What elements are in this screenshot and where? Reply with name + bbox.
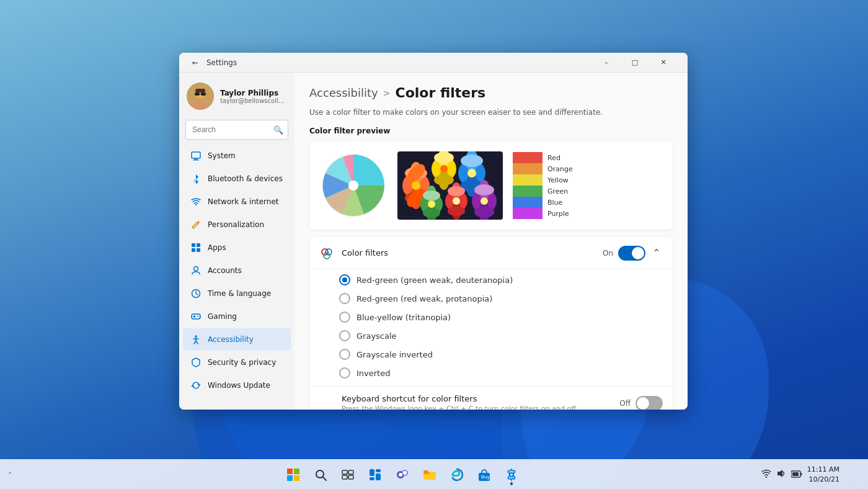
svg-line-78 (323, 477, 326, 480)
toggle-thumb-keyboard (637, 397, 649, 410)
toggle-thumb (632, 247, 644, 259)
color-filters-toggle[interactable] (618, 246, 645, 261)
chat-button[interactable] (390, 462, 415, 487)
radio-label-grayscale: Grayscale (356, 331, 397, 341)
widgets-button[interactable] (363, 462, 388, 487)
maximize-button[interactable]: □ (621, 53, 649, 73)
file-explorer-button[interactable] (417, 462, 442, 487)
user-profile[interactable]: Taylor Phillips taylor@bellowscollege.co… (179, 73, 294, 117)
radio-label-inverted: Inverted (356, 369, 390, 378)
system-tray-chevron[interactable]: ⌃ (7, 471, 45, 478)
sidebar-item-accessibility[interactable]: Accessibility (183, 328, 291, 351)
breadcrumb-parent[interactable]: Accessibility (309, 86, 378, 99)
swatch-label-green: Green (547, 186, 573, 197)
sidebar-item-accounts[interactable]: Accounts (183, 259, 291, 282)
svg-text:Buy: Buy (481, 474, 490, 480)
settings-taskbar-button[interactable] (499, 462, 524, 487)
show-desktop-button[interactable] (843, 462, 861, 487)
sidebar-item-gaming-label: Gaming (208, 312, 237, 321)
taskbar: ⌃ (0, 459, 868, 489)
svg-line-28 (196, 341, 198, 344)
swatch-blue (513, 197, 542, 208)
apps-icon (190, 242, 202, 253)
swatch-red (513, 152, 542, 163)
svg-rect-73 (287, 469, 293, 474)
svg-point-97 (766, 477, 767, 478)
sidebar-item-system[interactable]: System (183, 145, 291, 167)
task-view-button[interactable] (335, 462, 360, 487)
search-icon: 🔍 (273, 125, 283, 135)
svg-point-17 (194, 267, 198, 271)
security-icon (190, 357, 202, 368)
sidebar-item-apps[interactable]: Apps (183, 236, 291, 259)
sidebar-item-personalization[interactable]: Personalization (183, 213, 291, 236)
svg-rect-85 (370, 477, 374, 480)
sidebar-nav: System Bluetooth & devices Network & int… (179, 145, 294, 397)
radio-circle-inverted (339, 367, 350, 379)
radio-protanopia[interactable]: Red-green (red weak, protanopia) (339, 293, 663, 304)
edge-button[interactable] (445, 462, 469, 487)
svg-rect-9 (192, 152, 200, 158)
close-button[interactable]: ✕ (649, 53, 678, 73)
flowers-preview (397, 151, 503, 220)
keyboard-shortcut-right: Off (619, 396, 663, 410)
network-icon (190, 196, 202, 207)
svg-point-61 (474, 184, 494, 195)
avatar (187, 83, 214, 110)
svg-rect-6 (195, 92, 200, 96)
color-filters-right: On ⌃ (603, 246, 663, 261)
volume-icon[interactable] (775, 469, 787, 480)
svg-line-27 (194, 341, 196, 344)
keyboard-shortcut-toggle[interactable] (636, 396, 663, 410)
sidebar: Taylor Phillips taylor@bellowscollege.co… (179, 73, 294, 410)
radio-grayscale-inverted[interactable]: Grayscale inverted (339, 349, 663, 360)
radio-label-deuteranopia: Red-green (green weak, deuteranopia) (356, 276, 513, 285)
system-clock[interactable]: 11:11 AM 10/20/21 (807, 465, 839, 484)
sidebar-item-bluetooth-label: Bluetooth & devices (208, 174, 283, 183)
wifi-icon[interactable] (760, 469, 773, 480)
svg-rect-8 (200, 94, 201, 94)
svg-point-71 (326, 249, 332, 255)
svg-marker-98 (777, 470, 782, 477)
swatch-column (513, 152, 542, 219)
store-button[interactable]: Buy (472, 462, 497, 487)
svg-rect-76 (294, 475, 299, 481)
start-button[interactable] (281, 462, 306, 487)
radio-grayscale[interactable]: Grayscale (339, 330, 663, 341)
radio-deuteranopia[interactable]: Red-green (green weak, deuteranopia) (339, 274, 663, 285)
swatch-labels: Red Orange Yellow Green Blue Purple (542, 152, 573, 219)
title-bar: ← Settings – □ ✕ (179, 53, 688, 73)
breadcrumb: Accessibility > Color filters (309, 85, 673, 101)
color-filters-row: Color filters On ⌃ (309, 237, 673, 269)
radio-inverted[interactable]: Inverted (339, 367, 663, 379)
sidebar-item-time[interactable]: Time & language (183, 282, 291, 305)
swatch-yellow (513, 174, 542, 186)
back-button[interactable]: ← (189, 56, 202, 69)
radio-label-tritanopia: Blue-yellow (tritanopia) (356, 313, 451, 322)
sidebar-item-bluetooth[interactable]: Bluetooth & devices (183, 168, 291, 190)
user-email: taylor@bellowscollege.com (220, 97, 287, 104)
svg-point-77 (316, 470, 324, 478)
taskbar-center: Buy (281, 462, 524, 487)
breadcrumb-separator: > (383, 88, 391, 98)
expand-button[interactable]: ⌃ (650, 247, 663, 259)
svg-rect-14 (197, 243, 200, 247)
minimize-button[interactable]: – (592, 53, 621, 73)
sidebar-item-gaming[interactable]: Gaming (183, 305, 291, 328)
personalization-icon (190, 219, 202, 230)
swatch-label-purple: Purple (547, 208, 573, 219)
breadcrumb-current: Color filters (396, 85, 486, 101)
taskbar-search-button[interactable] (308, 462, 333, 487)
svg-rect-15 (192, 248, 195, 252)
keyboard-shortcut-status: Off (619, 399, 631, 408)
sidebar-item-security[interactable]: Security & privacy (183, 351, 291, 374)
sidebar-item-network[interactable]: Network & internet (183, 191, 291, 213)
battery-icon[interactable] (790, 470, 804, 480)
sidebar-item-windows-update[interactable]: Windows Update (183, 374, 291, 397)
windows-update-icon (190, 380, 202, 391)
radio-tritanopia[interactable]: Blue-yellow (tritanopia) (339, 312, 663, 323)
sidebar-item-windows-update-label: Windows Update (208, 381, 270, 390)
svg-rect-93 (423, 470, 428, 473)
svg-rect-84 (376, 469, 381, 472)
window-controls: – □ ✕ (592, 53, 678, 73)
